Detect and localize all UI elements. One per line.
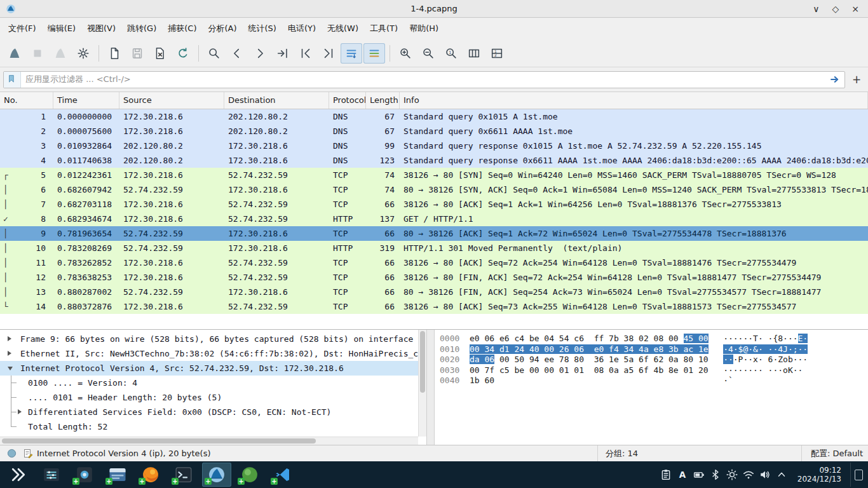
save-file-button[interactable] — [126, 43, 148, 64]
column-header-time[interactable]: Time — [53, 92, 119, 109]
menu-item-5[interactable]: 捕获(C) — [162, 21, 202, 36]
packet-row-4[interactable]: 40.011740638202.120.80.2172.30.218.6DNS1… — [0, 153, 868, 168]
display-filter-input[interactable]: 应用显示过滤器 ... <Ctrl-/> — [3, 71, 845, 88]
app-tool-button[interactable]: + — [70, 463, 99, 487]
expand-arrow-icon[interactable] — [18, 409, 22, 414]
packet-row-1[interactable]: 10.000000000172.30.218.6202.120.80.2DNS6… — [0, 109, 868, 124]
restart-capture-button[interactable] — [50, 43, 71, 64]
detail-line-1[interactable]: Frame 9: 66 bytes on wire (528 bits), 66… — [0, 332, 418, 346]
menu-item-2[interactable]: 编辑(E) — [42, 21, 81, 36]
packet-row-2[interactable]: 20.000075600172.30.218.6202.120.80.2DNS6… — [0, 124, 868, 139]
volume-icon[interactable] — [757, 463, 773, 487]
start-capture-button[interactable] — [4, 43, 25, 64]
column-header-no[interactable]: No. — [0, 92, 53, 109]
clipboard-icon[interactable] — [658, 463, 674, 487]
filter-bookmark-icon[interactable] — [4, 72, 21, 88]
packet-row-9[interactable]: │90.78196365452.74.232.59172.30.218.6TCP… — [0, 226, 868, 241]
menu-item-11[interactable]: 帮助(H) — [403, 21, 444, 36]
column-header-info[interactable]: Info — [400, 92, 868, 109]
chevron-up-icon[interactable] — [773, 463, 790, 487]
detail-line-3[interactable]: Internet Protocol Version 4, Src: 52.74.… — [0, 361, 418, 376]
hex-dump-pane[interactable]: 0000 e0 06 e6 c4 be 04 54 c6 ff 7b 38 02… — [435, 330, 868, 445]
detail-line-6[interactable]: Differentiated Services Field: 0x00 (DSC… — [0, 405, 418, 419]
app-vscode-button[interactable]: + — [268, 463, 297, 487]
app-wireshark-button[interactable]: + — [202, 463, 231, 487]
hex-row-0040[interactable]: 0040 1b 60 ·` — [440, 376, 868, 386]
stop-capture-button[interactable] — [27, 43, 48, 64]
menu-item-10[interactable]: 工具(T) — [364, 21, 403, 36]
packet-row-10[interactable]: │100.78320826952.74.232.59172.30.218.6HT… — [0, 241, 868, 255]
detail-line-5[interactable]: .... 0101 = Header Length: 20 bytes (5) — [0, 390, 418, 405]
filter-add-button[interactable]: + — [848, 71, 865, 88]
packet-row-11[interactable]: │110.783262852172.30.218.652.74.232.59TC… — [0, 255, 868, 270]
column-header-destination[interactable]: Destination — [224, 92, 329, 109]
scrollbar-thumb[interactable] — [2, 438, 316, 444]
packet-row-13[interactable]: │130.88028700252.74.232.59172.30.218.6TC… — [0, 285, 868, 299]
menu-item-3[interactable]: 视图(V) — [81, 21, 121, 36]
column-header-length[interactable]: Length — [366, 92, 400, 109]
brightness-icon[interactable] — [724, 463, 740, 487]
shade-button[interactable]: ∨ — [813, 0, 819, 18]
menu-item-4[interactable]: 跳转(G) — [121, 21, 162, 36]
battery-icon[interactable] — [691, 463, 707, 487]
bluetooth-icon[interactable] — [707, 463, 724, 487]
packet-row-6[interactable]: │60.68260794252.74.232.59172.30.218.6TCP… — [0, 182, 868, 197]
taskbar-clock[interactable]: 09:12 2024/12/13 — [797, 466, 841, 484]
open-file-button[interactable] — [104, 43, 125, 64]
hex-row-0030[interactable]: 0030 00 7f c5 be 00 00 01 01 08 0a a5 6f… — [440, 365, 868, 376]
packet-row-5[interactable]: ┌50.012242361172.30.218.652.74.232.59TCP… — [0, 168, 868, 182]
status-profile[interactable]: 配置: Default — [801, 445, 863, 461]
capture-comment-button[interactable] — [20, 447, 36, 460]
zoom-out-button[interactable] — [417, 43, 439, 64]
colorize-button[interactable] — [363, 43, 385, 64]
close-button[interactable]: × — [851, 0, 859, 18]
hex-row-0020[interactable]: 0020 da 06 00 50 94 ee 78 80 36 1e 5a 6f… — [440, 355, 868, 365]
collapse-arrow-icon[interactable] — [8, 367, 13, 370]
details-vertical-scrollbar[interactable] — [418, 330, 426, 437]
app-firefox-button[interactable]: + — [136, 463, 165, 487]
column-header-source[interactable]: Source — [119, 92, 224, 109]
go-to-packet-button[interactable] — [272, 43, 294, 64]
filter-apply-button[interactable] — [825, 72, 844, 88]
menu-item-1[interactable]: 文件(F) — [3, 21, 42, 36]
resize-columns-button[interactable] — [463, 43, 485, 64]
app-files-button[interactable]: + — [103, 463, 132, 487]
num-columns-button[interactable]: 12 — [486, 43, 508, 64]
detail-line-2[interactable]: Ethernet II, Src: NewH3CTechno_7b:38:02 … — [0, 346, 418, 361]
capture-options-button[interactable] — [72, 43, 94, 64]
expand-arrow-icon[interactable] — [8, 336, 11, 341]
menu-item-8[interactable]: 电话(Y) — [282, 21, 322, 36]
app-green-button[interactable]: + — [235, 463, 264, 487]
show-desktop-button[interactable] — [850, 463, 864, 487]
auto-scroll-button[interactable] — [341, 43, 362, 64]
close-file-button[interactable] — [149, 43, 171, 64]
first-packet-button[interactable] — [295, 43, 316, 64]
menu-item-9[interactable]: 无线(W) — [322, 21, 364, 36]
menu-item-7[interactable]: 统计(S) — [243, 21, 282, 36]
packet-row-12[interactable]: │120.783638253172.30.218.652.74.232.59TC… — [0, 270, 868, 285]
zoom-reset-button[interactable]: 1 — [440, 43, 462, 64]
packet-list[interactable]: 10.000000000172.30.218.6202.120.80.2DNS6… — [0, 109, 868, 329]
find-packet-button[interactable] — [203, 43, 225, 64]
last-packet-button[interactable] — [318, 43, 339, 64]
menu-item-6[interactable]: 分析(A) — [202, 21, 242, 36]
app-panel-button[interactable] — [37, 463, 66, 487]
scrollbar-thumb[interactable] — [420, 331, 425, 393]
packet-row-14[interactable]: └140.880372876172.30.218.652.74.232.59TC… — [0, 299, 868, 314]
app-terminal-button[interactable]: + — [169, 463, 198, 487]
go-forward-button[interactable] — [249, 43, 271, 64]
packet-row-8[interactable]: ✓80.682934674172.30.218.652.74.232.59HTT… — [0, 212, 868, 226]
packet-details-pane[interactable]: Frame 9: 66 bytes on wire (528 bits), 66… — [0, 330, 426, 445]
detail-line-7[interactable]: Total Length: 52 — [0, 419, 418, 434]
packet-row-7[interactable]: │70.682703118172.30.218.652.74.232.59TCP… — [0, 197, 868, 212]
wifi-icon[interactable] — [740, 463, 757, 487]
expert-info-button[interactable] — [4, 447, 19, 460]
maximize-button[interactable]: ◇ — [832, 0, 839, 18]
packet-row-3[interactable]: 30.010932864202.120.80.2172.30.218.6DNS9… — [0, 139, 868, 153]
zoom-in-button[interactable] — [395, 43, 416, 64]
hex-row-0010[interactable]: 0010 00 34 d1 24 40 00 26 06 e0 f4 34 4a… — [440, 344, 868, 355]
pane-splitter[interactable] — [426, 330, 435, 445]
column-header-protocol[interactable]: Protocol — [329, 92, 366, 109]
go-back-button[interactable] — [226, 43, 248, 64]
input-a-icon[interactable]: A — [674, 463, 691, 487]
